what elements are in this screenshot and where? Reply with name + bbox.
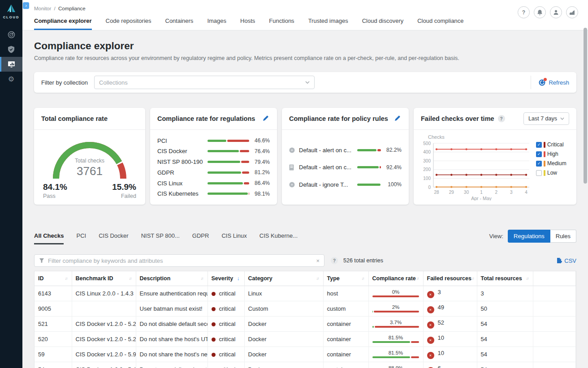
- check-tab-pci[interactable]: PCI: [76, 232, 86, 244]
- top-tab-cloud-discovery[interactable]: Cloud discovery: [362, 17, 404, 30]
- column-header-total-resources[interactable]: Total resources↓↑: [477, 271, 533, 286]
- column-header-failed-resources[interactable]: Failed resources↓↑: [423, 271, 477, 286]
- column-header-severity[interactable]: Severity↓: [208, 271, 244, 286]
- compliance-bar: [208, 161, 249, 163]
- legend-item-low[interactable]: Low: [536, 170, 573, 176]
- compliance-search-input[interactable]: [48, 257, 312, 264]
- regulation-row[interactable]: NIST SP 800-19079.4%: [157, 158, 270, 165]
- cell-failed-resources: ×3: [423, 286, 477, 301]
- check-tab-cis-linux[interactable]: CIS Linux: [221, 232, 246, 244]
- column-header-benchmark-id[interactable]: Benchmark ID↓↑: [72, 271, 136, 286]
- table-row[interactable]: 9005User batman must exist!criticalCusto…: [35, 301, 576, 316]
- policy-rule-row[interactable]: Default - alert on c...92.4%: [289, 164, 402, 171]
- vertical-scrollbar[interactable]: [584, 28, 587, 184]
- legend-checkbox[interactable]: ✓: [536, 142, 542, 148]
- column-label: Description: [140, 275, 171, 282]
- export-csv-button[interactable]: CSV: [556, 257, 576, 264]
- sidebar-expand-button[interactable]: ›: [23, 2, 29, 9]
- fail-segment: [240, 150, 249, 152]
- help-tooltip-icon[interactable]: ?: [498, 115, 505, 122]
- topbar: Monitor / Compliance Compliance explorer…: [22, 0, 588, 30]
- notifications-button[interactable]: [534, 6, 546, 18]
- top-tab-trusted-images[interactable]: Trusted images: [308, 17, 348, 30]
- check-tab-all-checks[interactable]: All Checks: [34, 232, 64, 244]
- cell-id: 6143: [35, 286, 72, 301]
- table-row[interactable]: 520CIS Docker v1.2.0 - 5.20Do not share …: [35, 331, 576, 347]
- svg-text:30: 30: [464, 190, 469, 195]
- top-tab-hosts[interactable]: Hosts: [240, 17, 255, 30]
- entries-help-icon[interactable]: ?: [331, 257, 338, 264]
- check-tab-nist-sp-800[interactable]: NIST SP 800...: [141, 232, 180, 244]
- sort-icon: ↓↑: [362, 276, 365, 281]
- cell-empty: [533, 286, 576, 301]
- top-tab-images[interactable]: Images: [207, 17, 226, 30]
- cell-empty: [533, 301, 576, 316]
- policy-rule-row[interactable]: Default - ignore T...100%: [289, 181, 402, 188]
- table-row[interactable]: 54CIS Docker v1.2.0 - 5.4Do not use priv…: [35, 362, 576, 368]
- top-tab-compliance-explorer[interactable]: Compliance explorer: [34, 17, 92, 30]
- regulation-row[interactable]: PCI46.6%: [157, 137, 270, 144]
- card-title: Total compliance rate: [41, 115, 108, 122]
- check-tab-gdpr[interactable]: GDPR: [192, 232, 209, 244]
- legend-item-high[interactable]: ✓High: [536, 151, 573, 157]
- app-logo: CLOUD: [0, 0, 22, 19]
- table-row[interactable]: 59CIS Docker v1.2.0 - 5.9Do not share th…: [35, 347, 576, 362]
- sidebar-item-monitor[interactable]: [0, 57, 22, 72]
- compliance-bar: [357, 149, 381, 151]
- column-header-compliance-rate[interactable]: Compliance rate↓↑: [368, 271, 423, 286]
- rate-indicator: 2%: [372, 304, 419, 312]
- sort-icon: ↓↑: [526, 276, 529, 281]
- regulation-row[interactable]: CIS Kubernetes98.1%: [157, 190, 270, 197]
- pass-segment: [372, 341, 410, 343]
- regulation-percent: 46.6%: [249, 137, 270, 144]
- time-range-value: Last 7 days: [528, 116, 557, 122]
- top-tab-functions[interactable]: Functions: [269, 17, 294, 30]
- page-title: Compliance explorer: [34, 40, 576, 52]
- clear-search-icon[interactable]: ×: [316, 257, 320, 264]
- check-tab-cis-kuberne[interactable]: CIS Kuberne...: [259, 232, 298, 244]
- rate-percent: 88.9%: [389, 365, 403, 368]
- legend-checkbox[interactable]: ✓: [536, 151, 542, 157]
- compliance-search-box[interactable]: ×: [34, 254, 324, 267]
- pass-segment: [208, 182, 243, 184]
- regulation-row[interactable]: CIS Docker76.4%: [157, 148, 270, 154]
- view-button-regulations[interactable]: Regulations: [508, 230, 550, 243]
- check-tab-cis-docker[interactable]: CIS Docker: [99, 232, 128, 244]
- sidebar-item-radar[interactable]: [0, 27, 22, 42]
- legend-item-critical[interactable]: ✓Critical: [536, 141, 573, 148]
- refresh-button[interactable]: Refresh: [538, 79, 569, 86]
- legend-checkbox[interactable]: ✓: [536, 161, 542, 167]
- cell-id: 520: [35, 331, 72, 347]
- edit-regulations-button[interactable]: [262, 114, 270, 124]
- top-tab-code-repositories[interactable]: Code repositories: [106, 17, 151, 30]
- time-range-dropdown[interactable]: Last 7 days: [523, 112, 569, 125]
- bell-icon: [537, 9, 543, 16]
- edit-policy-rules-button[interactable]: [393, 114, 402, 124]
- legend-checkbox[interactable]: [536, 170, 542, 176]
- usage-chart-button[interactable]: [566, 6, 578, 18]
- regulations-card: Compliance rate for regulations PCI46.6%…: [150, 108, 277, 205]
- sidebar-item-settings[interactable]: ⚙: [0, 72, 22, 86]
- legend-item-medium[interactable]: ✓Medium: [536, 160, 573, 167]
- collections-dropdown[interactable]: [94, 76, 315, 89]
- table-row[interactable]: 521CIS Docker v1.2.0 - 5.21Do not disabl…: [35, 316, 576, 331]
- column-header-id[interactable]: ID↓↑: [35, 271, 72, 286]
- table-row[interactable]: 6143CIS Linux 2.0.0 - 1.4.3Ensure authen…: [35, 286, 576, 301]
- top-tab-cloud-compliance[interactable]: Cloud compliance: [417, 17, 463, 30]
- column-header-category[interactable]: Category↓↑: [244, 271, 323, 286]
- column-header-description[interactable]: Description↓↑: [136, 271, 208, 286]
- view-button-rules[interactable]: Rules: [550, 230, 576, 243]
- help-button[interactable]: ?: [518, 6, 530, 18]
- sidebar-item-defend[interactable]: [0, 42, 22, 57]
- column-header-type[interactable]: Type↓↑: [323, 271, 368, 286]
- cell-benchmark-id: CIS Linux 2.0.0 - 1.4.3: [72, 286, 136, 301]
- regulation-label: CIS Docker: [157, 148, 208, 154]
- cell-id: 54: [35, 362, 72, 368]
- regulation-row[interactable]: GDPR81.2%: [157, 169, 270, 176]
- fail-segment: [377, 149, 381, 151]
- policy-rule-row[interactable]: Default - alert on c...82.2%: [289, 147, 402, 154]
- user-button[interactable]: [550, 6, 562, 18]
- regulation-row[interactable]: CIS Linux86.4%: [157, 180, 270, 187]
- collections-input[interactable]: [99, 79, 305, 86]
- top-tab-containers[interactable]: Containers: [165, 17, 194, 30]
